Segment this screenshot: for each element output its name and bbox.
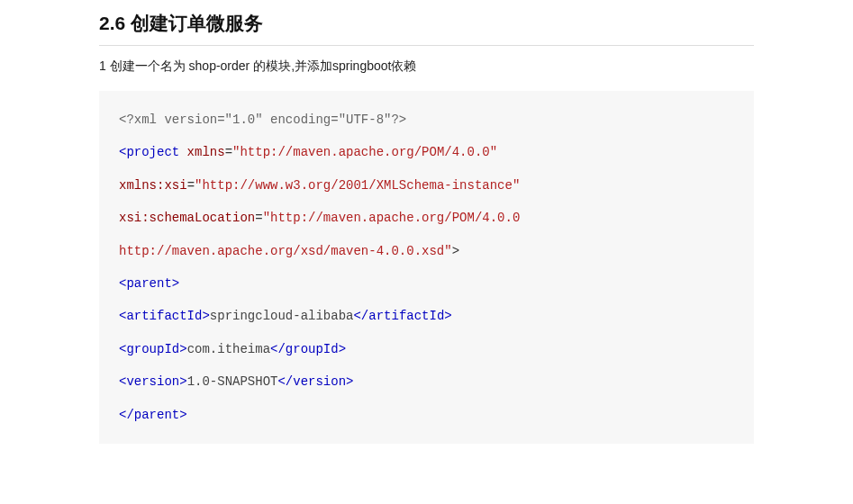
attr-value: "http://www.w3.org/2001/XMLSchema-instan… <box>195 178 520 193</box>
tag: </artifactId> <box>353 309 451 323</box>
attr-name: xmlns <box>179 145 224 159</box>
section-heading: 2.6 创建订单微服务 <box>99 11 754 36</box>
tag-text: 1.0-SNAPSHOT <box>187 374 278 389</box>
code-line: <version>1.0-SNAPSHOT</version> <box>119 365 734 398</box>
punct: > <box>452 244 459 258</box>
code-line: xmlns:xsi="http://www.w3.org/2001/XMLSch… <box>119 169 734 202</box>
punct: = <box>225 145 232 159</box>
code-line: http://maven.apache.org/xsd/maven-4.0.0.… <box>119 235 734 267</box>
punct: = <box>187 178 195 193</box>
attr-name: xsi:schemaLocation <box>119 211 255 225</box>
attr-value: http://maven.apache.org/xsd/maven-4.0.0.… <box>119 244 452 258</box>
tag: <groupId> <box>119 342 187 356</box>
code-line: </parent> <box>119 399 734 431</box>
tag: </version> <box>277 374 353 389</box>
code-line: <project xmlns="http://maven.apache.org/… <box>119 136 734 168</box>
code-line: <parent> <box>119 267 734 300</box>
tag: </groupId> <box>270 342 346 356</box>
tag: <parent> <box>119 276 179 291</box>
attr-name: xmlns:xsi <box>119 178 187 193</box>
heading-divider <box>99 45 754 46</box>
xml-pi: <?xml version="1.0" encoding="UTF-8"?> <box>119 112 406 127</box>
code-block: <?xml version="1.0" encoding="UTF-8"?> <… <box>99 91 754 444</box>
code-line: xsi:schemaLocation="http://maven.apache.… <box>119 202 734 234</box>
tag: </parent> <box>119 408 187 422</box>
tag-open: <project <box>119 145 179 159</box>
intro-text: 1 创建一个名为 shop-order 的模块,并添加springboot依赖 <box>99 58 754 75</box>
tag: <artifactId> <box>119 309 210 323</box>
code-line: <?xml version="1.0" encoding="UTF-8"?> <box>119 104 734 136</box>
code-line: <groupId>com.itheima</groupId> <box>119 333 734 365</box>
code-line: <artifactId>springcloud-alibaba</artifac… <box>119 300 734 332</box>
attr-value: "http://maven.apache.org/POM/4.0.0" <box>232 145 497 159</box>
punct: = <box>255 211 262 225</box>
attr-value: "http://maven.apache.org/POM/4.0.0 <box>263 211 521 225</box>
tag: <version> <box>119 374 187 389</box>
tag-text: springcloud-alibaba <box>210 309 354 323</box>
tag-text: com.itheima <box>187 342 270 356</box>
